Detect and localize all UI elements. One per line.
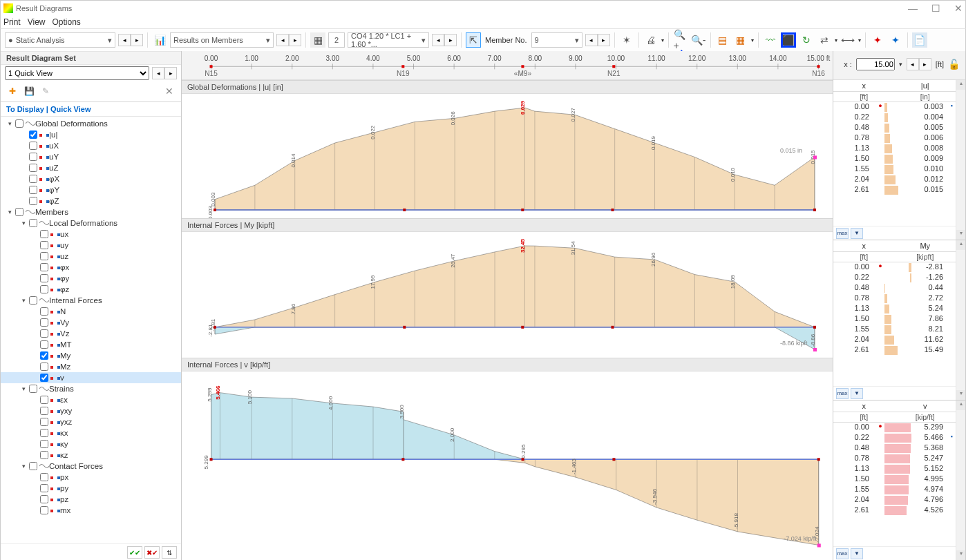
member-prev[interactable]: ◂	[585, 34, 598, 46]
table-row[interactable]: 0.220.004	[833, 113, 956, 123]
view-mode-2-icon[interactable]: ▦	[733, 32, 748, 48]
chart-internal-forces-my[interactable]: Internal Forces | My [kipft] -2.817.8617…	[182, 218, 833, 358]
table-row[interactable]: 1.504.995	[833, 474, 956, 485]
results-on-dropdown[interactable]: Results on Members▾	[170, 32, 274, 48]
tree-item--y[interactable]: κy	[1, 438, 181, 450]
tree-item-v[interactable]: v	[1, 372, 181, 383]
co-text-dropdown[interactable]: CO4 1.20 * LC1 + 1.60 *...▾	[348, 32, 429, 48]
table-row[interactable]: 0.225.466▪	[833, 433, 956, 443]
table-row[interactable]: 1.135.152	[833, 464, 956, 474]
table-row[interactable]: 0.480.44	[833, 283, 956, 293]
co-next[interactable]: ▸	[444, 34, 457, 46]
menu-view[interactable]: View	[28, 17, 46, 27]
results-prev[interactable]: ◂	[276, 34, 289, 46]
tree-item--z[interactable]: φz	[1, 284, 181, 295]
table-row[interactable]: 2.614.526	[833, 505, 956, 516]
minimize-button[interactable]: —	[908, 3, 918, 14]
ruler[interactable]: 0.001.002.003.004.005.006.007.008.009.00…	[182, 51, 833, 80]
table-row[interactable]: 0.00●5.299	[833, 423, 956, 433]
tree-item-local-deformations[interactable]: ▾Local Deformations	[1, 218, 181, 229]
save-set-icon[interactable]: 💾	[21, 84, 37, 99]
tree-item--x[interactable]: κx	[1, 427, 181, 438]
flip-icon[interactable]: ⇄	[817, 32, 832, 48]
length-icon[interactable]: ⟷	[840, 32, 855, 48]
x-next[interactable]: ▸	[919, 58, 931, 70]
x-prev[interactable]: ◂	[907, 58, 919, 70]
filter-max-icon[interactable]: max	[836, 228, 849, 239]
toggle-check-icon[interactable]: ⇅	[162, 546, 177, 559]
results-next[interactable]: ▸	[289, 34, 301, 46]
tree-item-n[interactable]: N	[1, 306, 181, 317]
table-row[interactable]: 2.040.012	[833, 175, 956, 185]
x-position-input[interactable]	[856, 58, 895, 70]
tree-item--x[interactable]: εx	[1, 394, 181, 405]
menu-options[interactable]: Options	[52, 17, 80, 27]
tree-item-members[interactable]: ▾Members	[1, 206, 181, 218]
table-row[interactable]: 0.480.005	[833, 123, 956, 133]
delete-set-icon[interactable]: ✕	[162, 84, 177, 99]
tree-item--z[interactable]: φZ	[1, 195, 181, 206]
tree-item-ux[interactable]: ux	[1, 229, 181, 240]
quickview-prev[interactable]: ◂	[152, 67, 164, 79]
filter-icon[interactable]: ▼	[851, 388, 863, 399]
table-row[interactable]: 1.507.86	[833, 314, 956, 325]
show-values-icon[interactable]: ⬛	[781, 32, 796, 48]
pick-icon[interactable]: ✶	[619, 32, 634, 48]
result-tree[interactable]: ▾Global Deformations|u|uXuYuZφXφYφZ▾Memb…	[1, 117, 181, 543]
quickview-next[interactable]: ▸	[164, 67, 177, 79]
tree-item-px[interactable]: px	[1, 472, 181, 483]
analysis-next[interactable]: ▸	[131, 34, 143, 46]
zoom-out-icon[interactable]: 🔍-	[691, 32, 706, 48]
check-all-icon[interactable]: ✔✔	[127, 546, 142, 559]
table-row[interactable]: 2.044.796	[833, 495, 956, 505]
table-row[interactable]: 0.00●-2.81	[833, 262, 956, 273]
tree-item--u-[interactable]: |u|	[1, 129, 181, 140]
edit-set-icon[interactable]: ✎	[38, 84, 53, 99]
table-row[interactable]: 0.00●0.003▪	[833, 102, 956, 113]
tree-item-vy[interactable]: Vy	[1, 317, 181, 328]
tree-item--x[interactable]: φx	[1, 262, 181, 273]
table-row[interactable]: 1.550.010	[833, 164, 956, 175]
table-row[interactable]: 0.485.368	[833, 443, 956, 454]
table-row[interactable]: 1.135.24	[833, 304, 956, 314]
filter-icon[interactable]: ▼	[851, 548, 863, 559]
filter-icon[interactable]: ▼	[851, 228, 863, 239]
tree-item--y[interactable]: φy	[1, 273, 181, 284]
local-axes-icon[interactable]: ✦	[888, 32, 903, 48]
table-row[interactable]: 2.610.015	[833, 185, 956, 195]
tree-item--z[interactable]: κz	[1, 450, 181, 461]
tree-item-mx[interactable]: mx	[1, 505, 181, 516]
member-select-icon[interactable]: ⇱	[466, 32, 481, 48]
tree-item-contact-forces[interactable]: ▾Contact Forces	[1, 461, 181, 472]
member-number-dropdown[interactable]: 9▾	[531, 32, 583, 48]
tree-item-strains[interactable]: ▾Strains	[1, 383, 181, 394]
table-row[interactable]: 1.130.008	[833, 144, 956, 154]
filter-max-icon[interactable]: max	[836, 388, 849, 399]
zoom-in-icon[interactable]: 🔍+	[673, 32, 688, 48]
tree-item-uy[interactable]: uY	[1, 151, 181, 162]
table-row[interactable]: 2.0411.62	[833, 335, 956, 345]
tree-item-pz[interactable]: pz	[1, 494, 181, 505]
tree-item-uz[interactable]: uz	[1, 251, 181, 262]
analysis-dropdown[interactable]: ● Static Analysis▾	[5, 32, 115, 48]
table-row[interactable]: 0.782.72	[833, 293, 956, 304]
maximize-button[interactable]: ☐	[931, 3, 940, 14]
export-icon[interactable]: 📄	[912, 32, 927, 48]
tree-item-ux[interactable]: uX	[1, 140, 181, 151]
print-icon[interactable]: 🖨	[643, 32, 659, 48]
scrollbar[interactable]: ▴▾	[956, 80, 965, 240]
scrollbar[interactable]: ▴▾	[956, 400, 965, 560]
co-number[interactable]: 2	[328, 32, 345, 48]
tree-item-my[interactable]: My	[1, 350, 181, 361]
tree-item-mz[interactable]: Mz	[1, 361, 181, 372]
uncheck-all-icon[interactable]: ✖✔	[144, 546, 160, 559]
table-row[interactable]: 2.6115.49	[833, 345, 956, 356]
tree-item-mt[interactable]: MT	[1, 339, 181, 350]
global-axes-icon[interactable]: ✦	[870, 32, 885, 48]
tree-item-uy[interactable]: uy	[1, 240, 181, 251]
table-row[interactable]: 1.558.21	[833, 325, 956, 335]
tree-item-vz[interactable]: Vz	[1, 328, 181, 339]
table-row[interactable]: 1.500.009	[833, 154, 956, 164]
tree-item--xz[interactable]: γxz	[1, 416, 181, 427]
view-mode-1-icon[interactable]: ▤	[715, 32, 730, 48]
